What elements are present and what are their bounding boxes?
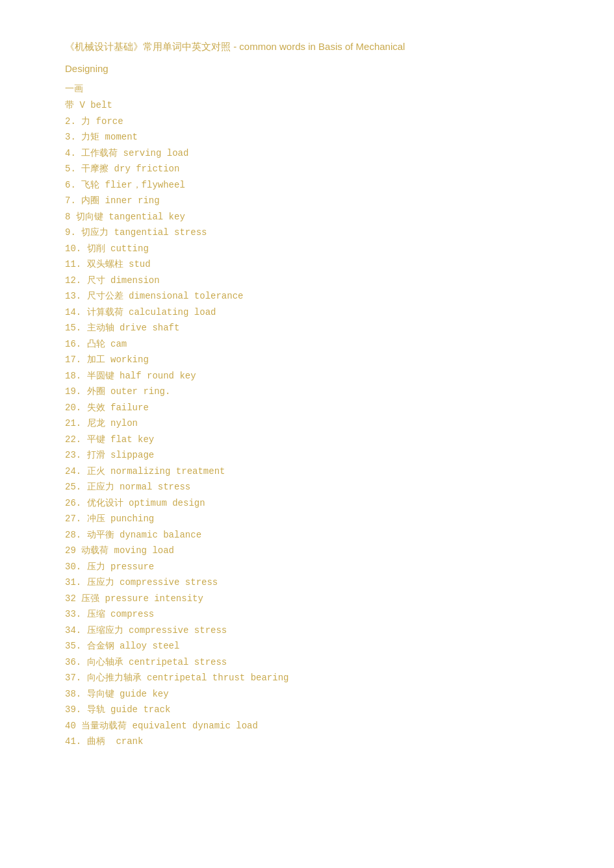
section-header: 一画	[65, 83, 549, 95]
list-item: 3. 力矩 moment	[65, 129, 549, 145]
list-item: 26. 优化设计 optimum design	[65, 495, 549, 512]
list-item: 18. 半圆键 half round key	[65, 368, 549, 384]
list-item: 28. 动平衡 dynamic balance	[65, 527, 549, 543]
list-item: 25. 正应力 normal stress	[65, 479, 549, 495]
list-item: 34. 压缩应力 compressive stress	[65, 623, 549, 639]
page-container: 《机械设计基础》常用单词中英文对照 - common words in Basi…	[65, 39, 549, 750]
list-item: 8 切向键 tangential key	[65, 209, 549, 225]
list-item: 9. 切应力 tangential stress	[65, 225, 549, 241]
list-item: 16. 凸轮 cam	[65, 336, 549, 353]
list-item: 11. 双头螺柱 stud	[65, 256, 549, 273]
list-item: 6. 飞轮 flier，flywheel	[65, 177, 549, 193]
list-item: 24. 正火 normalizing treatment	[65, 464, 549, 480]
list-item: 27. 冲压 punching	[65, 511, 549, 527]
list-item: 4. 工作载荷 serving load	[65, 145, 549, 162]
list-item: 32 压强 pressure intensity	[65, 591, 549, 607]
entries-list: 带 V belt2. 力 force3. 力矩 moment4. 工作载荷 se…	[65, 97, 549, 750]
list-item: 38. 导向键 guide key	[65, 686, 549, 702]
list-item: 12. 尺寸 dimension	[65, 273, 549, 289]
list-item: 29 动载荷 moving load	[65, 543, 549, 559]
list-item: 36. 向心轴承 centripetal stress	[65, 654, 549, 671]
list-item: 33. 压缩 compress	[65, 606, 549, 623]
list-item: 20. 失效 failure	[65, 400, 549, 416]
list-item: 19. 外圈 outer ring.	[65, 384, 549, 400]
list-item: 17. 加工 working	[65, 352, 549, 368]
list-item: 41. 曲柄 crank	[65, 734, 549, 750]
list-item: 21. 尼龙 nylon	[65, 415, 549, 432]
list-item: 10. 切削 cutting	[65, 241, 549, 257]
list-item: 13. 尺寸公差 dimensional tolerance	[65, 288, 549, 304]
list-item: 14. 计算载荷 calculating load	[65, 304, 549, 321]
list-item: 30. 压力 pressure	[65, 559, 549, 575]
list-item: 7. 内圈 inner ring	[65, 193, 549, 209]
list-item: 35. 合金钢 alloy steel	[65, 638, 549, 654]
list-item: 2. 力 force	[65, 114, 549, 130]
list-item: 15. 主动轴 drive shaft	[65, 320, 549, 336]
list-item: 5. 干摩擦 dry friction	[65, 161, 549, 177]
list-item: 31. 压应力 compressive stress	[65, 575, 549, 591]
list-item: 37. 向心推力轴承 centripetal thrust bearing	[65, 670, 549, 686]
title-line2: Designing	[65, 61, 549, 77]
title-line1: 《机械设计基础》常用单词中英文对照 - common words in Basi…	[65, 39, 549, 55]
list-item: 带 V belt	[65, 97, 549, 114]
list-item: 40 当量动载荷 equivalent dynamic load	[65, 718, 549, 734]
page-title: 《机械设计基础》常用单词中英文对照 - common words in Basi…	[65, 39, 549, 77]
list-item: 39. 导轨 guide track	[65, 702, 549, 718]
list-item: 22. 平键 flat key	[65, 432, 549, 448]
list-item: 23. 打滑 slippage	[65, 447, 549, 464]
